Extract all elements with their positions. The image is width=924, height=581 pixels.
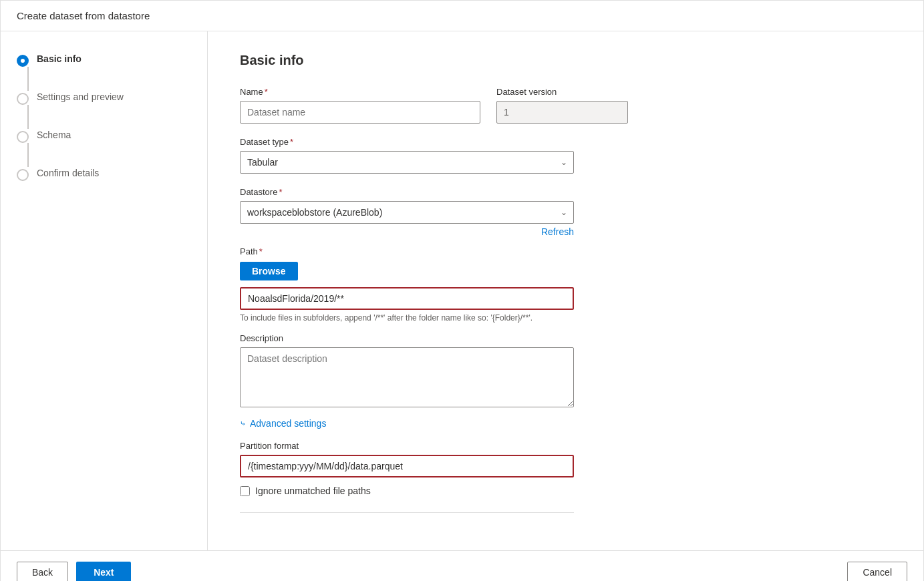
step-item-basic-info: Basic info	[17, 53, 191, 91]
description-textarea[interactable]	[240, 347, 574, 407]
version-input	[496, 101, 628, 124]
back-button[interactable]: Back	[17, 562, 68, 581]
description-label: Description	[240, 333, 891, 343]
path-hint: To include files in subfolders, append '…	[240, 313, 574, 323]
datastore-select-wrapper: workspaceblobstore (AzureBlob) ⌄	[240, 201, 574, 224]
advanced-settings-label: Advanced settings	[250, 418, 326, 429]
chevron-right-icon: ⤷	[240, 419, 246, 428]
step-label-confirm: Confirm details	[37, 167, 99, 178]
browse-button[interactable]: Browse	[240, 262, 298, 280]
main-content: Basic info Name* Dataset version Dataset…	[208, 31, 923, 550]
section-title: Basic info	[240, 53, 891, 68]
step-circle-basic-info	[17, 55, 29, 67]
datastore-group: Datastore* workspaceblobstore (AzureBlob…	[240, 187, 891, 224]
partition-format-input[interactable]	[240, 455, 574, 477]
description-group: Description	[240, 333, 891, 407]
step-label-basic-info: Basic info	[37, 53, 82, 64]
page-footer: Back Next Cancel	[1, 550, 923, 581]
ignore-unmatched-row: Ignore unmatched file paths	[240, 486, 891, 496]
next-button[interactable]: Next	[76, 562, 131, 581]
path-section: Path* Browse To include files in subfold…	[240, 246, 891, 323]
version-label: Dataset version	[496, 87, 628, 97]
step-item-schema: Schema	[17, 129, 191, 167]
footer-left-buttons: Back Next	[17, 562, 131, 581]
step-circle-schema	[17, 131, 29, 143]
refresh-link-wrapper: Refresh	[240, 226, 574, 237]
dataset-type-select[interactable]: Tabular File	[240, 151, 574, 174]
refresh-button[interactable]: Refresh	[541, 226, 574, 237]
name-input[interactable]	[240, 101, 480, 124]
step-item-settings: Settings and preview	[17, 91, 191, 129]
dataset-type-label: Dataset type*	[240, 137, 891, 147]
name-label: Name*	[240, 87, 480, 97]
path-input[interactable]	[240, 287, 574, 310]
path-label: Path*	[240, 246, 891, 256]
advanced-settings-button[interactable]: ⤷ Advanced settings	[240, 418, 326, 429]
dataset-type-select-wrapper: Tabular File ⌄	[240, 151, 574, 174]
sidebar: Basic info Settings and preview Schema	[1, 31, 208, 550]
step-circle-settings	[17, 93, 29, 105]
datastore-label: Datastore*	[240, 187, 891, 197]
divider	[240, 512, 574, 513]
name-version-row: Name* Dataset version	[240, 87, 891, 124]
page-header: Create dataset from datastore	[1, 1, 923, 31]
cancel-button[interactable]: Cancel	[847, 562, 907, 581]
step-label-settings: Settings and preview	[37, 91, 124, 102]
partition-format-label: Partition format	[240, 441, 891, 451]
name-field-group: Name*	[240, 87, 480, 124]
step-label-schema: Schema	[37, 129, 71, 140]
step-item-confirm: Confirm details	[17, 167, 191, 181]
path-input-wrapper: To include files in subfolders, append '…	[240, 287, 574, 323]
step-circle-confirm	[17, 169, 29, 181]
version-field-group: Dataset version	[496, 87, 628, 124]
dataset-type-group: Dataset type* Tabular File ⌄	[240, 137, 891, 174]
page-title: Create dataset from datastore	[17, 10, 150, 21]
datastore-select[interactable]: workspaceblobstore (AzureBlob)	[240, 201, 574, 224]
ignore-unmatched-label: Ignore unmatched file paths	[255, 486, 371, 496]
partition-section: Partition format Ignore unmatched file p…	[240, 441, 891, 496]
ignore-unmatched-checkbox[interactable]	[240, 486, 250, 496]
